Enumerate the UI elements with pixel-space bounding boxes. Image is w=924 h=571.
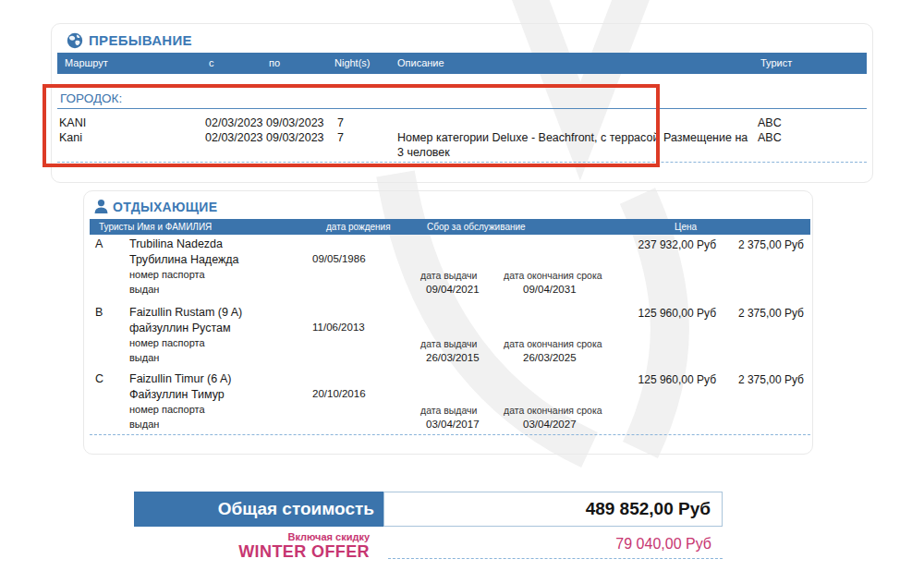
- stay-from: 02/03/2023: [205, 116, 263, 129]
- discount-value: 79 040,00 Руб: [554, 536, 711, 553]
- booking-document: ПРЕБЫВАНИЕ Маршрут с по Night(s) Описани…: [0, 0, 924, 571]
- guest-letter: C: [95, 372, 103, 385]
- guest-expiry-date: 09/04/2031: [523, 284, 577, 295]
- guest-fee: 2 375,00 Руб: [730, 238, 804, 251]
- issued-label: выдан: [129, 284, 159, 295]
- issued-label: выдан: [129, 352, 159, 363]
- expiry-date-label: дата окончания срока: [504, 405, 602, 416]
- stay-group-label: ГОРОДОК:: [60, 91, 122, 105]
- stay-group-rule: [57, 108, 867, 109]
- guest-cyrillic-name: Трубилина Надежда: [129, 253, 239, 266]
- expiry-date-label: дата окончания срока: [504, 338, 602, 349]
- issue-date-label: дата выдачи: [420, 270, 477, 281]
- guest-price: 125 960,00 Руб: [591, 373, 716, 386]
- discount-label: Включая скидку: [231, 531, 370, 542]
- stay-from: 02/03/2023: [205, 131, 263, 144]
- stay-to: 09/03/2023: [266, 131, 324, 144]
- guest-birth-date: 11/06/2013: [312, 322, 365, 333]
- stay-table-header-bar: Маршрут с по Night(s) Описание Турист: [57, 53, 867, 74]
- guests-col-price: Цена: [675, 222, 697, 232]
- guests-table-header-bar: Туристы Имя и ФАМИЛИЯ дата рождения Сбор…: [90, 219, 810, 235]
- guest-birth-date: 20/10/2016: [312, 388, 366, 399]
- guests-section-title: ОТДЫХАЮЩИЕ: [113, 200, 217, 214]
- stay-col-from: с: [209, 57, 214, 68]
- stay-route: KANI: [59, 116, 86, 129]
- stay-col-to: по: [269, 57, 280, 68]
- issue-date-label: дата выдачи: [420, 338, 477, 349]
- guest-letter: B: [95, 306, 103, 319]
- stay-col-description: Описание: [397, 57, 444, 68]
- guests-col-birth: дата рождения: [326, 222, 391, 232]
- stay-section-title: ПРЕБЫВАНИЕ: [89, 32, 192, 48]
- total-cost-label: Общая стоимость: [134, 492, 383, 527]
- passport-label: номер паспорта: [129, 337, 205, 348]
- guest-fee: 2 375,00 Руб: [730, 373, 804, 386]
- stay-description: Номер категории Deluxe - Beachfront, с т…: [397, 131, 659, 144]
- guest-latin-name: Faizullin Rustam (9 A): [129, 306, 242, 319]
- expiry-date-label: дата окончания срока: [504, 270, 602, 281]
- stay-placement: Размещение на: [663, 131, 748, 144]
- passport-label: номер паспорта: [129, 269, 205, 280]
- guest-price: 237 932,00 Руб: [591, 238, 716, 251]
- passport-label: номер паспорта: [129, 404, 205, 415]
- stay-description-line2: 3 человек: [397, 146, 450, 159]
- stay-tourist: ABC: [758, 116, 782, 129]
- guest-fee: 2 375,00 Руб: [730, 307, 804, 320]
- guest-letter: A: [95, 237, 103, 250]
- guest-price: 125 960,00 Руб: [591, 307, 716, 320]
- stay-col-nights: Night(s): [334, 57, 371, 68]
- table-row: B Faizullin Rustam (9 A) 125 960,00 Руб …: [0, 306, 924, 371]
- guest-issue-date: 09/04/2021: [426, 284, 480, 295]
- stay-bottom-divider: [57, 162, 867, 163]
- issued-label: выдан: [129, 419, 159, 430]
- stay-tourist: ABC: [758, 131, 782, 144]
- globe-icon: [67, 32, 83, 49]
- issue-date-label: дата выдачи: [420, 405, 477, 416]
- guest-cyrillic-name: Файзуллин Тимур: [129, 388, 225, 401]
- total-cost-value: 489 852,00 Руб: [383, 492, 723, 527]
- table-row: A Trubilina Nadezda 237 932,00 Руб 2 375…: [0, 237, 924, 302]
- guests-col-service: Сбор за обслуживание: [427, 222, 526, 232]
- discount-divider: [388, 558, 723, 559]
- discount-name: WINTER OFFER: [166, 542, 370, 562]
- guest-birth-date: 09/05/1986: [312, 253, 366, 264]
- guest-cyrillic-name: файзуллин Рустам: [129, 322, 231, 334]
- stay-to: 09/03/2023: [266, 116, 324, 129]
- person-icon: [93, 199, 109, 214]
- guests-bottom-divider: [90, 434, 810, 435]
- guest-latin-name: Trubilina Nadezda: [129, 237, 223, 250]
- stay-col-route: Маршрут: [65, 57, 108, 68]
- guest-issue-date: 03/04/2017: [426, 419, 480, 430]
- stay-nights: 7: [337, 116, 344, 129]
- guest-expiry-date: 03/04/2027: [523, 419, 577, 430]
- guest-latin-name: Faizullin Timur (6 A): [129, 372, 231, 385]
- stay-col-tourist: Турист: [760, 57, 792, 68]
- guest-expiry-date: 26/03/2025: [523, 352, 577, 363]
- table-row: C Faizullin Timur (6 A) 125 960,00 Руб 2…: [0, 372, 924, 437]
- stay-nights: 7: [337, 131, 344, 144]
- guest-issue-date: 26/03/2015: [426, 352, 480, 363]
- guests-col-name: Туристы Имя и ФАМИЛИЯ: [99, 222, 212, 232]
- stay-route: Kani: [59, 131, 82, 144]
